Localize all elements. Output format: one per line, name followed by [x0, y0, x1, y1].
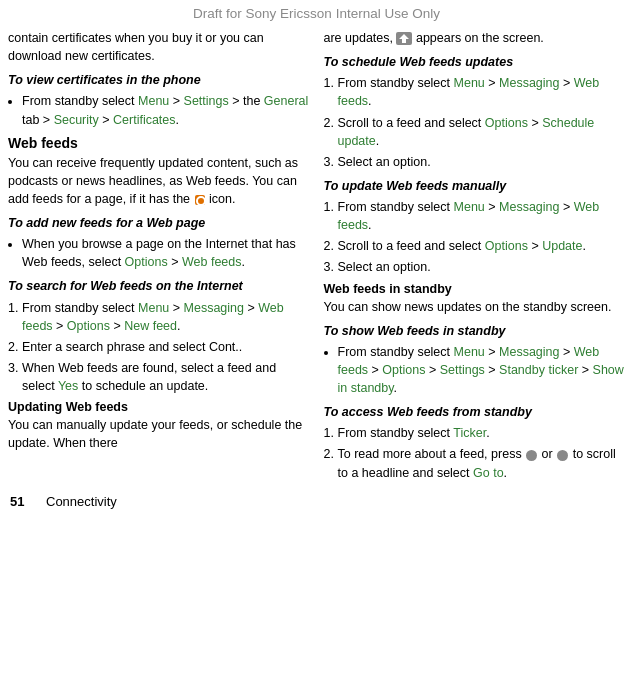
page-number: 51: [10, 494, 40, 509]
web-feeds-heading: Web feeds: [8, 135, 310, 151]
page-header: Draft for Sony Ericsson Internal Use Onl…: [0, 0, 633, 25]
menu-link: Menu: [138, 94, 169, 108]
messaging-link1: Messaging: [184, 301, 244, 315]
header-title: Draft for Sony Ericsson Internal Use Onl…: [0, 0, 633, 25]
updating-text: You can manually update your feeds, or s…: [8, 416, 310, 452]
yes-link: Yes: [58, 379, 78, 393]
search-step2: Enter a search phrase and select Cont..: [22, 338, 310, 356]
web-feeds-link1: Web feeds: [182, 255, 242, 269]
search-step1: From standby select Menu > Messaging > W…: [22, 299, 310, 335]
search-step3: When Web feeds are found, select a feed …: [22, 359, 310, 395]
go-to-link: Go to: [473, 466, 504, 480]
intro-text: contain certificates when you buy it or …: [8, 29, 310, 65]
settings-link2: Settings: [440, 363, 485, 377]
schedule-list: From standby select Menu > Messaging > W…: [324, 74, 626, 171]
menu-link3: Menu: [454, 76, 485, 90]
schedule-heading: To schedule Web feeds updates: [324, 53, 626, 71]
new-feed-link: New feed: [124, 319, 177, 333]
certificates-link: Certificates: [113, 113, 176, 127]
manual-step1: From standby select Menu > Messaging > W…: [338, 198, 626, 234]
manual-step2: Scroll to a feed and select Options > Up…: [338, 237, 626, 255]
manual-heading: To update Web feeds manually: [324, 177, 626, 195]
settings-link: Settings: [184, 94, 229, 108]
options-link5: Options: [382, 363, 425, 377]
manual-list: From standby select Menu > Messaging > W…: [324, 198, 626, 277]
updating-cont: are updates, appears on the screen.: [324, 29, 626, 47]
options-link4: Options: [485, 239, 528, 253]
security-link: Security: [54, 113, 99, 127]
messaging-link2: Messaging: [499, 76, 559, 90]
show-standby-heading: To show Web feeds in standby: [324, 322, 626, 340]
footer-section: Connectivity: [40, 494, 117, 509]
options-link1: Options: [125, 255, 168, 269]
access-heading: To access Web feeds from standby: [324, 403, 626, 421]
menu-link5: Menu: [454, 345, 485, 359]
up-arrow-icon: [526, 450, 537, 461]
content-area: contain certificates when you buy it or …: [0, 25, 633, 490]
down-arrow-icon: [557, 450, 568, 461]
standby-text: You can show news updates on the standby…: [324, 298, 626, 316]
update-icon: [396, 32, 412, 45]
options-link2: Options: [67, 319, 110, 333]
messaging-link4: Messaging: [499, 345, 559, 359]
right-column: are updates, appears on the screen. To s…: [320, 29, 626, 486]
rss-icon: [195, 195, 205, 205]
access-list: From standby select Ticker. To read more…: [324, 424, 626, 481]
view-certs-item: From standby select Menu > Settings > th…: [22, 92, 310, 128]
footer: 51 Connectivity: [0, 490, 633, 511]
view-certs-list: From standby select Menu > Settings > th…: [8, 92, 310, 128]
schedule-step1: From standby select Menu > Messaging > W…: [338, 74, 626, 110]
schedule-update-link: Schedule update: [338, 116, 595, 148]
standby-ticker-link: Standby ticker: [499, 363, 578, 377]
update-link: Update: [542, 239, 582, 253]
search-feeds-heading: To search for Web feeds on the Internet: [8, 277, 310, 295]
show-standby-item: From standby select Menu > Messaging > W…: [338, 343, 626, 397]
add-feeds-item: When you browse a page on the Internet t…: [22, 235, 310, 271]
options-link3: Options: [485, 116, 528, 130]
menu-link2: Menu: [138, 301, 169, 315]
general-link: General: [264, 94, 308, 108]
web-feeds-intro: You can receive frequently updated conte…: [8, 154, 310, 208]
view-certs-heading: To view certificates in the phone: [8, 71, 310, 89]
schedule-step3: Select an option.: [338, 153, 626, 171]
standby-heading: Web feeds in standby: [324, 282, 626, 296]
show-standby-list: From standby select Menu > Messaging > W…: [324, 343, 626, 397]
search-feeds-list: From standby select Menu > Messaging > W…: [8, 299, 310, 396]
add-feeds-list: When you browse a page on the Internet t…: [8, 235, 310, 271]
access-step1: From standby select Ticker.: [338, 424, 626, 442]
left-column: contain certificates when you buy it or …: [8, 29, 314, 486]
schedule-step2: Scroll to a feed and select Options > Sc…: [338, 114, 626, 150]
manual-step3: Select an option.: [338, 258, 626, 276]
messaging-link3: Messaging: [499, 200, 559, 214]
ticker-link: Ticker: [453, 426, 486, 440]
access-step2: To read more about a feed, press or to s…: [338, 445, 626, 481]
menu-link4: Menu: [454, 200, 485, 214]
add-feeds-heading: To add new feeds for a Web page: [8, 214, 310, 232]
updating-heading: Updating Web feeds: [8, 400, 310, 414]
